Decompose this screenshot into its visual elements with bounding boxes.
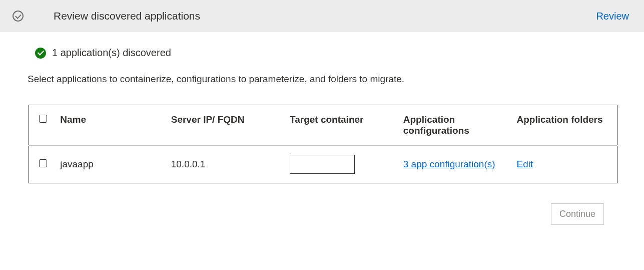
edit-folders-link[interactable]: Edit	[517, 158, 533, 171]
select-all-cell	[29, 105, 56, 146]
server-cell: 10.0.0.1	[166, 146, 285, 183]
discovered-count-text: 1 application(s) discovered	[52, 47, 171, 59]
review-link[interactable]: Review	[596, 11, 629, 22]
success-check-icon	[35, 48, 46, 59]
table-row: javaapp 10.0.0.1 3 app configuration(s) …	[29, 146, 617, 183]
app-name-cell: javaapp	[55, 146, 166, 183]
content-area: 1 application(s) discovered Select appli…	[0, 32, 644, 240]
column-name: Name	[55, 105, 166, 146]
header-left: Review discovered applications	[13, 10, 200, 22]
step-title: Review discovered applications	[54, 10, 200, 22]
instruction-text: Select applications to containerize, con…	[28, 74, 616, 85]
footer: Continue	[28, 203, 616, 225]
row-checkbox[interactable]	[39, 159, 47, 167]
table-header-row: Name Server IP/ FQDN Target container Ap…	[29, 105, 617, 146]
step-header: Review discovered applications Review	[0, 0, 644, 32]
discovery-status: 1 application(s) discovered	[35, 47, 616, 59]
target-container-input[interactable]	[290, 155, 355, 174]
config-cell: 3 app configuration(s)	[398, 146, 512, 183]
folders-cell: Edit	[512, 146, 617, 183]
column-config: Application configurations	[398, 105, 512, 146]
column-server: Server IP/ FQDN	[166, 105, 285, 146]
target-container-cell	[285, 146, 398, 183]
select-all-checkbox[interactable]	[39, 115, 47, 123]
applications-table: Name Server IP/ FQDN Target container Ap…	[29, 105, 617, 183]
app-configurations-link[interactable]: 3 app configuration(s)	[403, 158, 495, 171]
column-folders: Application folders	[512, 105, 617, 146]
step-check-icon	[13, 11, 24, 22]
row-select-cell	[29, 146, 56, 183]
continue-button[interactable]: Continue	[551, 203, 604, 225]
column-target: Target container	[285, 105, 398, 146]
